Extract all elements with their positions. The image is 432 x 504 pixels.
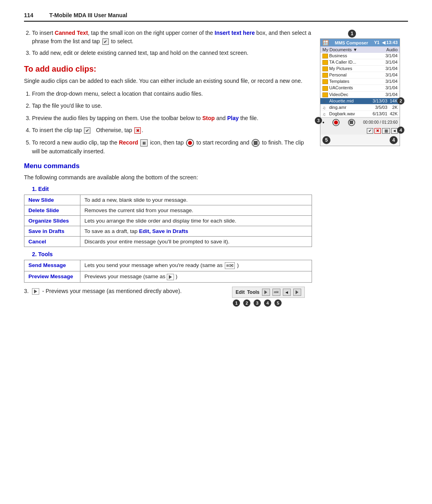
badge-4: 4	[264, 299, 271, 307]
page-title: T-Mobile MDA III User Manual	[49, 12, 127, 18]
folder-icon: Business	[322, 53, 347, 58]
folder-icon-shape	[322, 92, 328, 97]
file-date: 3/1/04	[385, 85, 398, 90]
folder-icon-shape	[322, 54, 328, 58]
badge-1-device: 1	[348, 30, 356, 38]
badge-5-device: 5	[322, 136, 330, 144]
folder-icon: My Pictures	[322, 66, 352, 71]
content-area: To insert Canned Text, tap the small ico…	[24, 29, 408, 307]
list-item: My Pictures 3/1/04	[320, 66, 400, 72]
insert-text-label: Insert text here	[215, 30, 255, 36]
folder-icon-shape	[322, 73, 328, 78]
toolbar-edit-label: Edit	[236, 289, 245, 295]
badge-area-top: 1	[320, 29, 408, 38]
main-text: To insert Canned Text, tap the small ico…	[24, 29, 312, 307]
folder-icon: Templates	[322, 79, 349, 84]
folder-icon: UAContents	[322, 85, 353, 90]
checkmark-icon: ✔	[102, 38, 109, 45]
file-date: 3/1/04	[385, 79, 398, 84]
list-item-selected: ♫Alouette.mid 3/13/03 14K 2	[320, 98, 400, 104]
x-btn[interactable]: ✖	[374, 128, 381, 134]
preview-play-icon	[167, 274, 174, 280]
cmd-label: Organize Slides	[24, 216, 80, 226]
list-item: Business 3/1/04	[320, 53, 400, 59]
fwd-tri-icon	[296, 290, 298, 294]
list-item: Personal 3/1/04	[320, 72, 400, 78]
timer-display: 00:00:00 / 01:23:60	[363, 120, 398, 125]
badge-3: 3	[254, 299, 261, 307]
toolbar-display: Edit Tools ≡✉ ◄	[232, 287, 305, 298]
bottom-section: 3. - Previews your message (as mentioned…	[24, 287, 312, 307]
send-icon: ≡✉	[225, 262, 235, 269]
badge-4-bottom: 4	[390, 136, 398, 144]
page-header: 114 T-Mobile MDA III User Manual	[24, 12, 408, 22]
page-number: 114	[24, 12, 33, 18]
toolbar-send-btn[interactable]: ≡✉	[272, 289, 280, 296]
badge-4-device: 4	[397, 127, 404, 134]
badge-2: 2	[243, 299, 250, 307]
control-stop-btn[interactable]	[348, 119, 355, 126]
audio-step-2: Tap the file you'd like to use.	[32, 101, 312, 110]
record-dot	[334, 120, 338, 124]
cmd-label: Send Message	[24, 260, 80, 271]
canned-text-label: Canned Text	[55, 30, 88, 36]
badge-2-device: 2	[397, 97, 404, 104]
device-title: MMS Composer	[335, 40, 368, 45]
audio-icon-shape: ♫	[322, 112, 328, 116]
toolbar-play-btn[interactable]	[262, 289, 270, 296]
cmd-desc: Discards your entire message (you'll be …	[80, 237, 312, 247]
audio-icon: ♫ding.amr	[322, 105, 346, 110]
page: 114 T-Mobile MDA III User Manual To inse…	[0, 0, 432, 504]
table-row: Cancel Discards your entire message (you…	[24, 237, 312, 247]
list-item: VideoDec 3/1/04	[320, 92, 400, 98]
audio-icon-shape: ♫	[322, 99, 328, 104]
arrow-btn[interactable]: ◄	[391, 128, 398, 134]
cmd-desc: To add a new, blank slide to your messag…	[80, 195, 312, 205]
table-row: Organize Slides Lets you arrange the sli…	[24, 216, 312, 226]
list-item: ♫ding.amr 3/5/03 2K	[320, 104, 400, 111]
file-date-size: 6/13/01 42K	[373, 111, 398, 116]
toolbar-tools-label: Tools	[247, 289, 260, 295]
device-signal: Y1	[374, 40, 379, 45]
intro-item-3: To add new, edit or delete existing cann…	[32, 49, 312, 57]
folder-icon: TA Caller ID...	[322, 60, 356, 65]
audio-step-1: From the drop-down menu, select a locati…	[32, 89, 312, 98]
tools-commands-table: Send Message Lets you send your message …	[24, 260, 312, 282]
record-start-icon	[186, 139, 194, 147]
file-date: 3/1/04	[385, 72, 398, 78]
list-item: Templates 3/1/04	[320, 78, 400, 85]
check-btn[interactable]: ✔	[367, 128, 373, 134]
play-triangle	[169, 275, 172, 279]
device-badge-row: 5 4	[320, 135, 400, 146]
cmd-label: New Slide	[24, 195, 80, 205]
device-title-bar: 🪟 MMS Composer Y1 ◀ 13:43	[320, 39, 400, 46]
cmd-label: Cancel	[24, 237, 80, 247]
play-tri-icon	[264, 290, 267, 294]
menu-section-desc: The following commands are available alo…	[24, 173, 312, 182]
device-bottom-row: ✔ ✖ ▦ ◄ 4	[320, 127, 400, 135]
file-date: 3/1/04	[385, 92, 398, 97]
grid-btn[interactable]: ▦	[382, 128, 390, 134]
device-controls: 3 • 00:00:00 / 01:23:60	[320, 117, 400, 127]
cmd-label: Preview Message	[24, 271, 80, 282]
control-record-btn[interactable]	[332, 119, 340, 126]
toolbar-forward-btn[interactable]	[293, 289, 301, 296]
audio-step-4: To insert the clip tap ✔ Otherwise, tap …	[32, 126, 312, 135]
device-file-list: Business 3/1/04 TA Caller ID... 3/1/04 M…	[320, 53, 400, 117]
badge-5: 5	[274, 299, 282, 307]
record-grid-icon: ▦	[140, 139, 148, 147]
bottom-toolbar-image: Edit Tools ≡✉ ◄ 1 2 3 4 5	[232, 287, 312, 307]
folder-icon-shape	[322, 79, 328, 84]
device-audio-label: Audio	[386, 47, 398, 52]
table-row: Save in Drafts To save as a draft, tap E…	[24, 226, 312, 237]
folder-icon-shape	[322, 66, 328, 71]
audio-icon: ♫Alouette.mid	[322, 98, 354, 104]
audio-icon: ♫Dogbark.wav	[322, 111, 355, 116]
cmd-label: Save in Drafts	[24, 226, 80, 237]
tools-heading: 2. Tools	[32, 251, 312, 257]
device-signal-time: Y1 ◀ 13:43	[374, 40, 398, 45]
toolbar-back-btn[interactable]: ◄	[283, 289, 291, 296]
menu-section-heading: Menu commands	[24, 162, 312, 170]
folder-icon: VideoDec	[322, 92, 348, 97]
table-row: New Slide To add a new, blank slide to y…	[24, 195, 312, 205]
